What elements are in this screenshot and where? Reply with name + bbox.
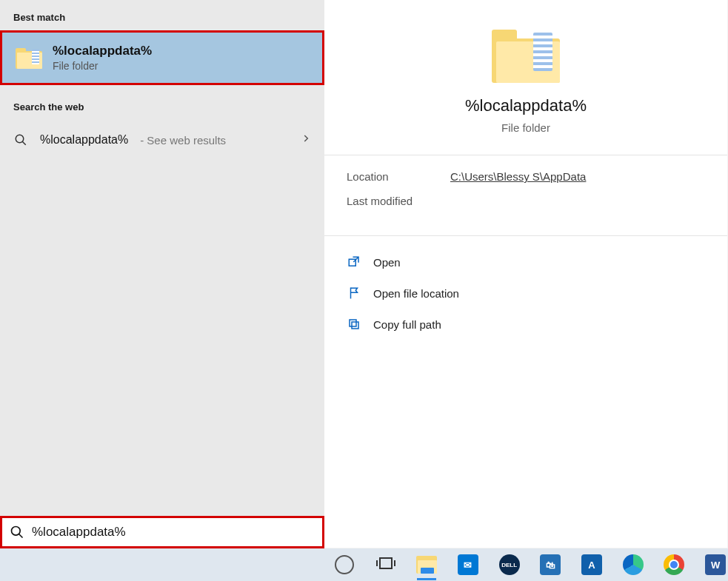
- detail-subtitle: File folder: [501, 121, 550, 134]
- location-row: Location C:\Users\Blessy S\AppData: [347, 170, 705, 183]
- web-result-hint: - See web results: [140, 134, 226, 147]
- web-search-result[interactable]: %localappdata% - See web results: [0, 120, 324, 160]
- detail-metadata: Location C:\Users\Blessy S\AppData Last …: [324, 155, 727, 236]
- detail-hero: %localappdata% File folder: [324, 0, 727, 155]
- dell-icon: DELL: [499, 554, 520, 575]
- search-icon: [10, 525, 24, 540]
- svg-rect-5: [350, 320, 356, 326]
- taskbar-edge[interactable]: [621, 551, 646, 578]
- svg-point-6: [12, 527, 21, 536]
- file-explorer-icon: [416, 556, 437, 574]
- search-input[interactable]: [32, 525, 315, 540]
- detail-title: %localappdata%: [465, 96, 587, 115]
- taskbar-task-view[interactable]: [373, 551, 398, 578]
- svg-line-1: [22, 141, 26, 145]
- modified-row: Last modified: [347, 195, 705, 207]
- modified-label: Last modified: [347, 195, 450, 207]
- best-match-subtitle: File folder: [53, 60, 152, 72]
- copy-icon: [347, 317, 361, 332]
- cortana-icon: [335, 555, 354, 574]
- svg-line-7: [19, 534, 23, 538]
- action-open-label: Open: [373, 256, 401, 269]
- search-box[interactable]: [0, 516, 324, 548]
- app-a-icon: A: [581, 554, 602, 575]
- detail-pane: %localappdata% File folder Location C:\U…: [324, 0, 727, 548]
- action-copy-path-label: Copy full path: [373, 318, 441, 331]
- chevron-right-icon: [301, 133, 311, 147]
- mail-icon: ✉: [458, 554, 478, 575]
- taskbar-dell[interactable]: DELL: [497, 551, 522, 578]
- chrome-icon: [664, 554, 684, 575]
- taskbar: ✉ DELL 🛍 A W: [0, 548, 728, 581]
- taskbar-file-explorer[interactable]: [414, 551, 439, 578]
- svg-rect-8: [380, 558, 392, 568]
- taskbar-app-a[interactable]: A: [579, 551, 604, 578]
- best-match-text: %localappdata% File folder: [53, 44, 152, 72]
- results-left-pane: Best match %localappdata% File folder Se…: [0, 0, 324, 548]
- action-open-location[interactable]: Open file location: [347, 278, 705, 309]
- action-open-location-label: Open file location: [373, 287, 459, 300]
- action-copy-path[interactable]: Copy full path: [347, 309, 705, 340]
- search-icon: [13, 132, 28, 147]
- taskbar-mail[interactable]: ✉: [455, 551, 481, 578]
- folder-icon: [492, 27, 560, 83]
- best-match-header: Best match: [0, 6, 324, 30]
- best-match-title: %localappdata%: [53, 44, 152, 58]
- taskbar-cortana[interactable]: [332, 551, 357, 578]
- action-open[interactable]: Open: [347, 246, 705, 278]
- svg-rect-4: [352, 322, 358, 329]
- taskbar-chrome[interactable]: [662, 551, 687, 578]
- detail-actions: Open Open file location Copy full path: [324, 236, 727, 350]
- web-result-text: %localappdata%: [40, 133, 128, 147]
- search-results-panel: Best match %localappdata% File folder Se…: [0, 0, 727, 548]
- word-icon: W: [705, 554, 726, 575]
- edge-icon: [623, 554, 644, 575]
- svg-point-0: [16, 135, 24, 143]
- store-icon: 🛍: [540, 554, 561, 575]
- open-icon: [347, 255, 361, 269]
- taskbar-store[interactable]: 🛍: [538, 551, 564, 578]
- location-value[interactable]: C:\Users\Blessy S\AppData: [450, 170, 586, 183]
- best-match-result[interactable]: %localappdata% File folder: [0, 30, 324, 85]
- open-location-icon: [347, 286, 361, 300]
- taskbar-word[interactable]: W: [703, 551, 728, 578]
- task-view-icon: [376, 556, 395, 574]
- location-label: Location: [347, 170, 450, 183]
- folder-icon: [16, 47, 42, 69]
- search-web-header: Search the web: [0, 95, 324, 120]
